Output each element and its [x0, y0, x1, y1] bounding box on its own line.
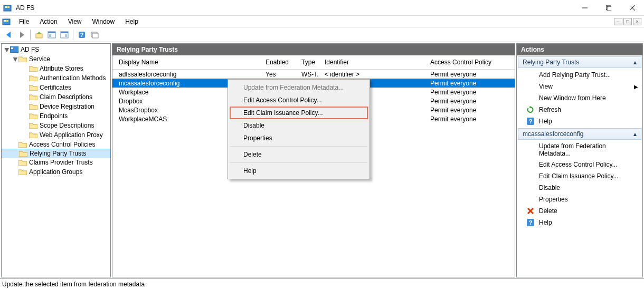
help-button[interactable]: ?	[76, 29, 88, 41]
toolbar-separator	[30, 30, 31, 40]
folder-icon	[29, 113, 37, 119]
mdi-minimize[interactable]: –	[614, 18, 622, 25]
tree-item[interactable]: Access Control Policies	[2, 140, 110, 149]
tree-item[interactable]: Web Application Proxy	[2, 130, 110, 140]
close-button[interactable]	[620, 0, 644, 16]
properties-button[interactable]	[59, 29, 70, 41]
collapse-icon[interactable]: ▴	[633, 59, 637, 66]
actions-item-label: Update from Federation Metadata...	[539, 142, 638, 157]
tree-item[interactable]: Endpoints	[2, 111, 110, 121]
expand-icon[interactable]: ⯆	[12, 56, 18, 62]
tree-label: Relying Party Trusts	[30, 150, 86, 157]
context-menu-item[interactable]: Edit Claim Issuance Policy...	[230, 107, 368, 119]
col-type[interactable]: Type	[295, 55, 318, 69]
actions-item[interactable]: Add Relying Party Trust...	[517, 69, 642, 81]
tree-root[interactable]: ⯆ AD FS	[2, 45, 110, 54]
help-icon: ?	[526, 218, 535, 227]
svg-rect-5	[607, 6, 611, 11]
actions-item[interactable]: New Window from Here	[517, 92, 642, 104]
expand-icon[interactable]: ⯆	[4, 47, 10, 53]
svg-rect-20	[65, 34, 67, 37]
actions-group-title: Relying Party Trusts	[523, 59, 579, 66]
up-button[interactable]	[33, 29, 45, 41]
tree-label: AD FS	[21, 46, 39, 53]
refresh-icon	[526, 105, 535, 114]
tree-item[interactable]: Relying Party Trusts	[2, 149, 110, 158]
tree-label: Claims Provider Trusts	[29, 159, 93, 166]
actions-group-title: mcassalesforceconfig	[523, 130, 583, 138]
actions-item[interactable]: Delete	[517, 205, 642, 217]
tree-pane[interactable]: ⯆ AD FS ⯆ Service Attribute StoresAuthen…	[1, 43, 111, 277]
tree-item[interactable]: Scope Descriptions	[2, 121, 110, 130]
actions-group-rpt[interactable]: Relying Party Trusts ▴	[518, 56, 641, 68]
menu-file[interactable]: File	[14, 16, 34, 27]
svg-marker-39	[18, 170, 27, 175]
svg-marker-11	[6, 32, 11, 38]
app-icon	[3, 4, 12, 12]
svg-rect-0	[4, 5, 11, 11]
blank-icon	[526, 71, 535, 79]
menu-help[interactable]: Help	[120, 16, 144, 27]
toolbar-separator	[73, 30, 73, 40]
back-button[interactable]	[3, 29, 15, 41]
context-menu-item[interactable]: Properties	[230, 132, 368, 144]
tree-item[interactable]: Claims Provider Trusts	[2, 158, 110, 167]
tree-item[interactable]: Claim Descriptions	[2, 92, 110, 102]
context-menu-item[interactable]: Edit Access Control Policy...	[230, 94, 368, 107]
folder-icon	[29, 65, 37, 72]
blank-icon	[526, 184, 535, 192]
tree-label: Web Application Proxy	[40, 131, 103, 139]
menu-view[interactable]: View	[63, 16, 87, 27]
actions-item[interactable]: ?Help	[517, 217, 642, 228]
actions-item[interactable]: Edit Claim Issuance Policy...	[517, 170, 642, 182]
actions-item[interactable]: Edit Access Control Policy...	[517, 159, 642, 170]
actions-group-selection[interactable]: mcassalesforceconfig ▴	[518, 128, 641, 140]
title-bar: AD FS	[0, 0, 644, 16]
folder-icon	[18, 159, 27, 166]
folder-icon	[29, 94, 37, 100]
actions-item[interactable]: ?Help	[517, 115, 642, 127]
col-display-name[interactable]: Display Name	[112, 55, 259, 69]
col-identifier[interactable]: Identifier	[318, 55, 424, 69]
tree-item[interactable]: Attribute Stores	[2, 64, 110, 73]
chevron-right-icon: ▶	[634, 84, 638, 90]
context-menu-item[interactable]: Disable	[230, 119, 368, 132]
collapse-icon[interactable]: ▴	[633, 130, 637, 138]
svg-rect-17	[49, 34, 51, 37]
context-menu-item[interactable]: Delete	[230, 148, 368, 161]
tree-label: Device Registration	[40, 103, 94, 110]
svg-rect-9	[4, 20, 6, 22]
tree-label: Authentication Methods	[40, 74, 106, 82]
minimize-button[interactable]	[573, 0, 596, 16]
actions-item[interactable]: Properties	[517, 194, 642, 205]
mdi-restore[interactable]: □	[623, 18, 632, 25]
svg-marker-28	[29, 66, 37, 72]
actions-item[interactable]: View▶	[517, 81, 642, 92]
show-hide-tree-button[interactable]	[46, 29, 58, 41]
tree-item[interactable]: Authentication Methods	[2, 73, 110, 83]
forward-button[interactable]	[16, 29, 27, 41]
actions-item[interactable]: Refresh	[517, 104, 642, 115]
tree-label: Service	[29, 55, 50, 63]
maximize-button[interactable]	[596, 0, 620, 16]
tree-service[interactable]: ⯆ Service	[2, 54, 110, 64]
tree-item[interactable]: Application Groups	[2, 167, 110, 177]
tree-item[interactable]: Certificates	[2, 83, 110, 92]
adfs-icon	[10, 46, 18, 53]
new-window-button[interactable]	[89, 29, 100, 41]
actions-item[interactable]: Update from Federation Metadata...	[517, 141, 642, 159]
col-enabled[interactable]: Enabled	[259, 55, 295, 69]
table-row[interactable]: adfssalesforceconfigYesWS-T...< identifi…	[112, 70, 515, 79]
svg-marker-27	[18, 57, 27, 62]
actions-item[interactable]: Disable	[517, 182, 642, 194]
svg-rect-13	[36, 34, 42, 38]
svg-marker-30	[29, 85, 37, 91]
menu-window[interactable]: Window	[87, 16, 120, 27]
tree-item[interactable]: Device Registration	[2, 102, 110, 111]
mdi-close[interactable]: ×	[633, 18, 641, 25]
svg-rect-1	[5, 6, 7, 8]
context-menu-item[interactable]: Help	[230, 165, 368, 177]
svg-rect-25	[10, 46, 18, 53]
col-acp[interactable]: Access Control Policy	[424, 55, 508, 69]
menu-action[interactable]: Action	[34, 16, 62, 27]
